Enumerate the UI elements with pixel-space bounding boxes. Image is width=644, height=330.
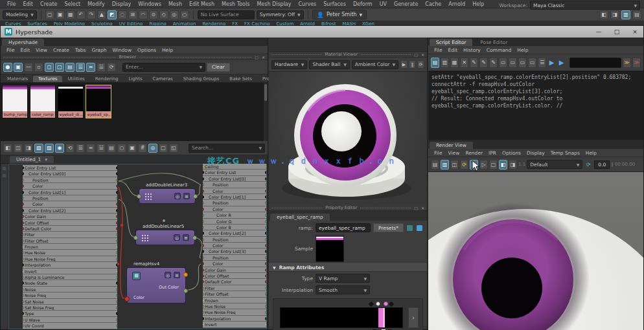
app-menu-item[interactable]: Surfaces	[320, 1, 349, 7]
file-open-icon[interactable]: ▣	[56, 10, 65, 19]
node-attribute-row[interactable]: Color	[203, 206, 266, 212]
hypershade-menu-item[interactable]: Tabs	[73, 47, 89, 53]
node-attribute-row[interactable]: Invert	[23, 269, 117, 274]
ramp-handle[interactable]	[369, 302, 374, 307]
output-port[interactable]	[265, 177, 266, 181]
medium-swatch-icon[interactable]: ◻	[45, 63, 54, 72]
lasso-tool-icon[interactable]: ◌	[118, 10, 127, 19]
small-swatch-icon[interactable]: ▫	[34, 63, 43, 72]
mel-tab-icon[interactable]: ▭	[499, 58, 507, 68]
output-port[interactable]	[116, 233, 117, 236]
output-port[interactable]	[116, 288, 117, 291]
node-attribute-row[interactable]: Color Entry List[2]	[23, 208, 117, 214]
zoom-one-to-one[interactable]: 1:1	[518, 162, 525, 167]
script-editor-menu-item[interactable]: Command	[484, 47, 514, 53]
node-attribute-row[interactable]: Default Color	[23, 226, 117, 232]
node-attribute-row[interactable]: Frozen	[203, 298, 266, 303]
ramp-node-left[interactable]: Color Entry List Color Entry List[0] P	[23, 165, 117, 329]
pane-maximize-icon[interactable]: □	[414, 52, 418, 57]
pane-close-icon[interactable]: ✕	[421, 206, 424, 210]
app-menu-item[interactable]: Mesh Tools	[218, 1, 253, 7]
node-attribute-row[interactable]: Color	[203, 243, 266, 248]
node-attribute-row[interactable]: Hue Noise Freq	[23, 256, 117, 262]
output-port[interactable]	[116, 281, 117, 285]
render-view-menu-item[interactable]: File	[431, 150, 445, 156]
command-input[interactable]	[569, 58, 621, 68]
echo-commands-icon[interactable]: ✎	[479, 58, 488, 68]
script-editor-menu-item[interactable]: History	[461, 47, 483, 53]
node-attribute-row[interactable]: Alpha Is Luminance	[23, 274, 117, 280]
output-port[interactable]	[116, 179, 117, 182]
output-port[interactable]	[265, 214, 266, 217]
app-menu-item[interactable]: Edit Mesh	[186, 1, 218, 7]
display-simple-icon[interactable]: ☰	[76, 144, 85, 153]
node-attribute-row[interactable]: Filter	[203, 285, 266, 291]
ramp-editor[interactable]: 0 ›	[273, 298, 423, 330]
render-region-icon[interactable]: ▢	[489, 160, 498, 170]
node-attribute-row[interactable]: Filter Offset	[23, 238, 117, 244]
output-port[interactable]	[265, 292, 266, 296]
sort-type-icon[interactable]: ≡	[86, 63, 95, 72]
large-swatch-icon[interactable]: ▢	[55, 63, 64, 72]
app-menu-item[interactable]: Mesh	[165, 1, 185, 7]
node-info-icon[interactable]: ▣	[128, 144, 137, 153]
user-account-chip[interactable]: 👤 Peter Smith▼	[312, 10, 367, 19]
texture-swatch[interactable]: bump_ramp	[2, 85, 28, 118]
texture-swatch[interactable]: eyeball_di...	[58, 85, 84, 118]
select-component-icon[interactable]: ◩	[108, 10, 117, 19]
node-attribute-row[interactable]: Color Entry List[1]	[23, 190, 117, 195]
script-editor-tab[interactable]: Script Editor	[430, 39, 472, 46]
node-attribute-row[interactable]: Default Color	[203, 279, 266, 285]
grid-toggle-icon[interactable]: #	[138, 144, 147, 153]
node-attribute-row[interactable]: Ceiling	[203, 164, 266, 170]
save-script-icon[interactable]: ▦	[450, 58, 459, 68]
node-menu-icon[interactable]: ≡	[174, 272, 180, 278]
file-new-icon[interactable]: ▢	[45, 10, 54, 19]
bookmarks-icon[interactable]: ▢	[159, 144, 168, 153]
environment-dropdown[interactable]: Ambient Color▼	[352, 60, 398, 69]
node-attribute-row[interactable]: Color	[23, 201, 117, 207]
render-view-menu-item[interactable]: Help	[583, 150, 599, 156]
category-tab[interactable]: Textures	[33, 76, 62, 82]
input-port[interactable]	[137, 194, 141, 199]
app-menu-item[interactable]: Mesh Display	[253, 1, 294, 7]
node-menu-icon[interactable]: ≡	[183, 234, 189, 241]
symmetry-dropdown[interactable]: Symmetry: Off▼	[257, 10, 304, 19]
node-attribute-row[interactable]: Position	[203, 255, 266, 261]
node-attribute-row[interactable]: Sat Noise	[23, 299, 117, 305]
app-menu-item[interactable]: Modify	[84, 1, 108, 7]
node-view-mode-icon[interactable]: ◎	[174, 234, 180, 241]
undo-icon[interactable]: ↶	[76, 10, 86, 19]
app-menu-item[interactable]: Display	[109, 1, 135, 7]
pane-maximize-icon[interactable]: □	[414, 206, 418, 210]
node-attribute-row[interactable]: Color Entry List	[203, 170, 266, 175]
node-graph-canvas[interactable]: Color Entry List Color Entry List[0] P	[1, 164, 268, 329]
hypershade-menu-item[interactable]: View	[33, 47, 50, 53]
script-output-console[interactable]: setAttr "eyeball_spec_ramp.colorEntryLis…	[428, 71, 643, 140]
material-viewport[interactable]	[269, 72, 427, 205]
node-attribute-row[interactable]: Invert	[203, 322, 266, 327]
output-port[interactable]	[265, 226, 266, 229]
node-attribute-row[interactable]: Sat Noise Freq	[23, 305, 117, 311]
app-menu-item[interactable]: Arnold	[445, 1, 468, 7]
output-port[interactable]	[116, 239, 117, 243]
ramp-type-dropdown[interactable]: V Ramp▼	[316, 274, 370, 283]
add-double-linear5-node[interactable]: addDoubleLinear5 ◎ ≡	[135, 230, 195, 245]
snap-curve-icon[interactable]: ◠	[139, 10, 148, 19]
output-port[interactable]	[116, 215, 117, 218]
interpolation-dropdown[interactable]: Smooth▼	[316, 285, 370, 294]
node-attribute-row[interactable]: Color Entry List[1]	[203, 194, 266, 200]
output-port[interactable]	[116, 209, 117, 212]
python-tab-icon[interactable]: ▭	[509, 58, 517, 68]
node-attribute-row[interactable]: Color	[23, 183, 117, 189]
render-view-tab[interactable]: Render View	[430, 142, 473, 149]
show-in-lookdev-icon[interactable]	[406, 225, 413, 232]
redo-icon[interactable]: ↷	[87, 10, 96, 19]
input-connections-icon[interactable]: ◧	[3, 144, 12, 153]
render-icon[interactable]: ⟳	[460, 160, 468, 170]
refresh-swatches-icon[interactable]: ⟳	[107, 63, 116, 72]
output-port[interactable]	[265, 183, 266, 186]
minimize-button[interactable]: —	[594, 28, 603, 35]
output-port[interactable]	[116, 318, 117, 322]
node-menu-icon[interactable]: ≡	[183, 193, 190, 199]
